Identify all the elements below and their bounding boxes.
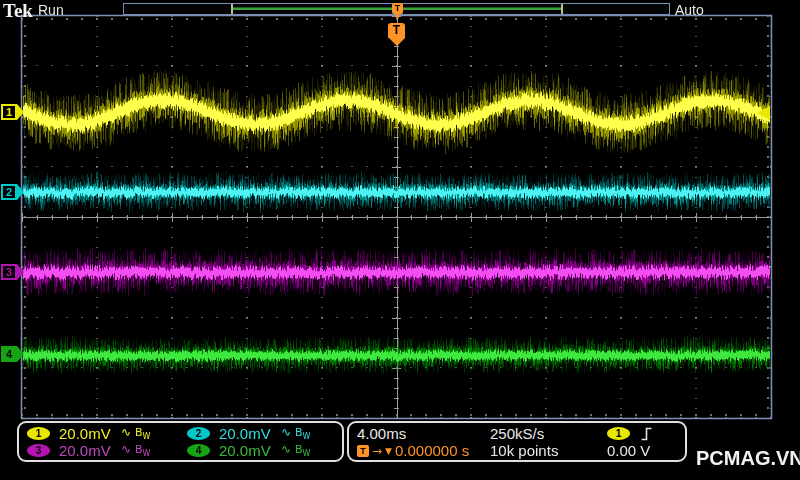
trigger-level-value: 0.00 V xyxy=(607,442,685,459)
bandwidth-limit-icon: BW xyxy=(135,426,150,439)
right-arrow-icon xyxy=(17,184,24,200)
down-triangle-icon xyxy=(389,38,405,46)
channel-3-marker[interactable]: 3 xyxy=(1,264,24,280)
trigger-delay-value: 0.000000 s xyxy=(395,442,469,459)
channel-4-marker-label: 4 xyxy=(1,346,17,362)
record-view-bar: T ▼ xyxy=(123,3,670,15)
down-triangle-icon: ▼ xyxy=(385,445,392,457)
trigger-t-icon: T xyxy=(357,445,369,457)
tek-logo: Tek xyxy=(3,0,33,22)
channel-1-scale: 20.0mV xyxy=(59,425,121,442)
waveform-display[interactable] xyxy=(0,0,800,480)
oscilloscope-screen: Tek Run T ▼ Auto T 1 2 3 4 1 20.0mV ∿BW xyxy=(0,0,800,480)
horizontal-trigger-readouts-box: 4.00ms 250kS/s 1 T → ▼ 0.000000 s 10k po… xyxy=(347,421,687,462)
channel-1-badge: 1 xyxy=(27,427,50,440)
channel-2-badge: 2 xyxy=(187,427,210,440)
trigger-t-icon: T xyxy=(388,23,405,38)
record-length: 10k points xyxy=(490,442,607,459)
channel-3-marker-label: 3 xyxy=(1,264,17,280)
channel-2-scale: 20.0mV xyxy=(219,425,281,442)
ac-coupling-icon: ∿ xyxy=(121,425,131,439)
watermark: PCMAG.VN xyxy=(696,447,800,470)
right-arrow-icon xyxy=(17,346,24,362)
channel-1-marker-label: 1 xyxy=(1,104,17,120)
trigger-level-arrow-icon[interactable] xyxy=(757,106,770,120)
channel-4-marker[interactable]: 4 xyxy=(1,346,24,362)
bandwidth-limit-icon: BW xyxy=(295,443,310,456)
horizontal-scale: 4.00ms xyxy=(357,425,490,442)
channel-2-marker[interactable]: 2 xyxy=(1,184,24,200)
trigger-source-badge: 1 xyxy=(607,427,630,440)
rising-edge-icon xyxy=(640,426,653,442)
ac-coupling-icon: ∿ xyxy=(281,425,291,439)
channel-4-scale: 20.0mV xyxy=(219,442,281,459)
channel-3-scale: 20.0mV xyxy=(59,442,121,459)
channel-4-badge: 4 xyxy=(187,444,210,457)
acquisition-status: Run xyxy=(38,2,64,18)
trigger-delay-readout: T → ▼ 0.000000 s xyxy=(357,442,490,459)
ac-coupling-icon: ∿ xyxy=(121,442,131,456)
right-arrow-icon: → xyxy=(372,445,382,457)
ac-coupling-icon: ∿ xyxy=(281,442,291,456)
record-window-left-bracket xyxy=(231,4,233,14)
trigger-mode: Auto xyxy=(675,2,704,18)
channel-readouts-box: 1 20.0mV ∿BW 2 20.0mV ∿BW 3 20.0mV ∿BW 4… xyxy=(17,421,344,462)
channel-1-marker[interactable]: 1 xyxy=(1,104,24,120)
header-bar: Tek Run T ▼ Auto xyxy=(0,0,800,22)
down-triangle-icon: ▼ xyxy=(395,14,400,20)
right-arrow-icon xyxy=(17,264,24,280)
channel-2-marker-label: 2 xyxy=(1,184,17,200)
trigger-position-flag[interactable]: T xyxy=(388,23,405,46)
sample-rate: 250kS/s xyxy=(490,425,607,442)
bandwidth-limit-icon: BW xyxy=(295,426,310,439)
record-window-right-bracket xyxy=(561,4,563,14)
channel-3-badge: 3 xyxy=(27,444,50,457)
bandwidth-limit-icon: BW xyxy=(135,443,150,456)
record-trigger-marker[interactable]: T ▼ xyxy=(392,3,403,20)
right-arrow-icon xyxy=(17,104,24,120)
